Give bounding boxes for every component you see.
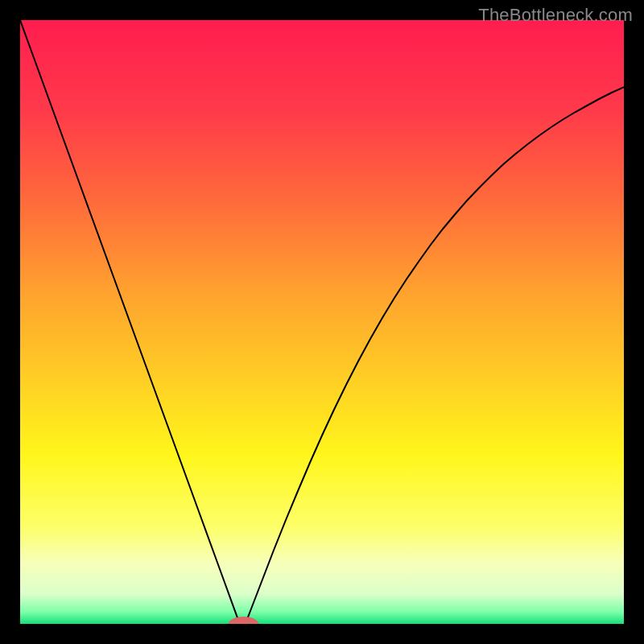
watermark-text: TheBottleneck.com — [478, 5, 633, 26]
gradient-background — [20, 20, 624, 624]
chart-frame: TheBottleneck.com — [0, 0, 644, 644]
plot-area — [20, 20, 624, 624]
plot-svg — [20, 20, 624, 624]
